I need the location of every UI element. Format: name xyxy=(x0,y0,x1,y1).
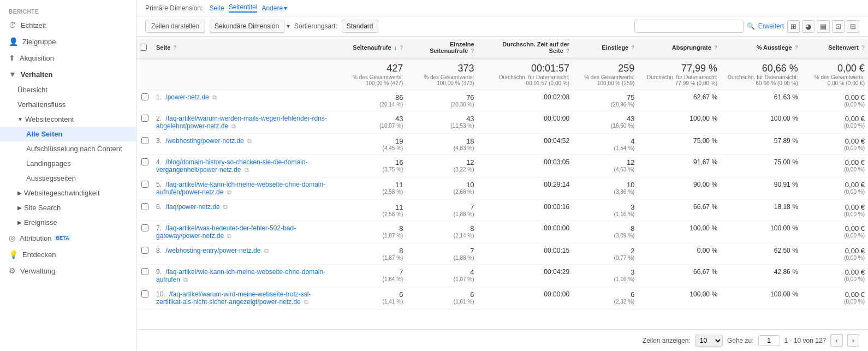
sidebar-item-zielgruppe[interactable]: 👤 Zielgruppe xyxy=(0,33,136,50)
th-einstiege[interactable]: Einstiege ? xyxy=(573,37,638,59)
row-checkbox[interactable] xyxy=(141,137,148,144)
erweitert-link[interactable]: Erweitert xyxy=(758,22,784,30)
sidebar-child-label: Websitecontent xyxy=(25,115,74,123)
row-page-link[interactable]: /faq-artikel/warum-wird-meine-webseite-t… xyxy=(156,290,311,306)
sidebar-item-verhalten[interactable]: ▼ Verhalten xyxy=(0,66,136,82)
main-content: Primäre Dimension: Seite Seitentitel And… xyxy=(136,0,868,351)
th-einzelne[interactable]: EinzelneSeitenaufrufe ? xyxy=(406,37,477,59)
row-page-link[interactable]: /faq/power-netz.de xyxy=(165,203,219,211)
row-page-link[interactable]: /faq-artikel/warum-werden-mails-wegen-fe… xyxy=(156,115,327,130)
einzelne-help-icon[interactable]: ? xyxy=(471,48,474,54)
row-einstiege-cell: 12 (4,63 %) xyxy=(573,155,638,177)
row-checkbox[interactable] xyxy=(141,203,148,210)
view-pie-icon[interactable]: ◕ xyxy=(802,20,815,33)
ausstiege-help-icon[interactable]: ? xyxy=(795,45,798,51)
seitenwert-help-icon[interactable]: ? xyxy=(861,45,865,51)
copy-icon[interactable]: ⧉ xyxy=(304,299,308,305)
row-page-link[interactable]: /webhosting/power-netz.de xyxy=(165,137,243,145)
th-ausstiege[interactable]: % Ausstiege ? xyxy=(721,37,801,59)
view-table-icon[interactable]: ⊟ xyxy=(847,20,859,33)
seite-help-icon[interactable]: ? xyxy=(173,45,176,51)
sidebar-item-websitegeschwindigkeit[interactable]: ▶ Websitegeschwindigkeit xyxy=(0,186,136,200)
copy-icon[interactable]: ⧉ xyxy=(245,166,249,173)
select-all-checkbox[interactable] xyxy=(140,44,147,51)
row-page-link[interactable]: /faq-artikel/wie-kann-ich-meine-webseite… xyxy=(156,268,325,283)
row-page-link[interactable]: /webhosting-entry/power-netz.de xyxy=(165,247,260,254)
row-page-link[interactable]: /power-netz.de xyxy=(165,93,209,101)
row-durchschn-cell: 00:04:29 xyxy=(478,265,573,287)
row-checkbox[interactable] xyxy=(141,247,148,254)
pagination-zeilen-label: Zeilen anzeigen: xyxy=(643,337,691,344)
sekundaere-dimension-select[interactable]: Sekundäre Dimension xyxy=(210,20,284,33)
sidebar-item-entdecken[interactable]: 💡 Entdecken xyxy=(0,246,136,263)
row-checkbox[interactable] xyxy=(141,224,148,231)
row-einstiege-pct: (28,96 %) xyxy=(576,102,634,108)
seitenaufrufe-help-icon[interactable]: ? xyxy=(400,45,403,51)
copy-icon[interactable]: ⧉ xyxy=(247,138,252,144)
dim-andere-dropdown[interactable]: Andere ▾ xyxy=(261,4,287,12)
summary-row: 427 % des Gesamtwerts: 100,00 % (427) 37… xyxy=(136,59,868,90)
row-checkbox[interactable] xyxy=(141,268,148,275)
row-page-link[interactable]: /blog/domain-history-so-checken-sie-die-… xyxy=(156,158,307,174)
copy-icon[interactable]: ⧉ xyxy=(231,123,236,129)
pagination-prev-button[interactable]: ‹ xyxy=(830,334,842,347)
row-seitenaufrufe-pct: (2,58 %) xyxy=(335,211,403,217)
copy-icon[interactable]: ⧉ xyxy=(223,204,228,210)
sidebar-item-verhaltensfluss[interactable]: Verhaltensfluss xyxy=(0,97,136,112)
durchschn-help-icon[interactable]: ? xyxy=(566,48,569,54)
row-page-link[interactable]: /faq-artikel/was-bedeutet-der-fehler-502… xyxy=(156,224,296,240)
sidebar-item-landingpages[interactable]: Landingpages xyxy=(0,156,136,171)
sidebar-item-websitecontent[interactable]: ▼ Websitecontent xyxy=(0,112,136,127)
sidebar-item-uebersicht[interactable]: Übersicht xyxy=(0,82,136,97)
pagination-zeilen-select[interactable]: 10 25 50 100 500 xyxy=(695,335,723,347)
th-absprungrate[interactable]: Absprungrate ? xyxy=(638,37,721,59)
copy-icon[interactable]: ⧉ xyxy=(227,233,231,239)
copy-icon[interactable]: ⧉ xyxy=(264,247,269,254)
view-pivot-icon[interactable]: ⊡ xyxy=(832,20,845,33)
th-seitenwert-label: Seitenwert xyxy=(828,44,859,51)
table-row: 2. /faq-artikel/warum-werden-mails-wegen… xyxy=(136,111,868,134)
search-icon[interactable]: 🔍 xyxy=(747,22,755,30)
search-input[interactable] xyxy=(634,20,744,33)
absprungrate-help-icon[interactable]: ? xyxy=(714,45,717,51)
pagination-goto-input[interactable] xyxy=(758,335,780,346)
copy-icon[interactable]: ⧉ xyxy=(212,94,217,100)
view-grid-icon[interactable]: ⊞ xyxy=(787,20,800,33)
sidebar-item-site-search[interactable]: ▶ Site Search xyxy=(0,200,136,215)
th-seitenaufrufe[interactable]: Seitenaufrufe ↓ ? xyxy=(332,37,406,59)
zeilen-darstellen-button[interactable]: Zeilen darstellen xyxy=(145,20,205,33)
row-absprungrate-cell: 100,00 % xyxy=(638,221,721,243)
row-seite-cell: 1. /power-netz.de ⧉ xyxy=(153,90,332,111)
sidebar-item-attribution[interactable]: ◎ Attribution BETA xyxy=(0,230,136,246)
row-checkbox[interactable] xyxy=(141,290,148,298)
copy-icon[interactable]: ⧉ xyxy=(183,276,188,283)
row-checkbox[interactable] xyxy=(141,93,148,100)
row-absprungrate-val: 66,67 % xyxy=(693,268,717,276)
dim-seitentitel-link[interactable]: Seitentitel xyxy=(229,3,258,13)
sortierungsart-select[interactable]: Standard xyxy=(342,20,378,33)
sidebar-item-echtzeit[interactable]: ⏱ Echtzeit xyxy=(0,17,136,33)
sidebar-item-verwaltung[interactable]: ⚙ Verwaltung xyxy=(0,263,136,279)
th-durchschn[interactable]: Durchschn. Zeit auf derSeite ? xyxy=(478,37,573,59)
th-seite[interactable]: Seite ? xyxy=(153,37,332,59)
th-ausstiege-label: % Ausstiege xyxy=(757,44,792,51)
sidebar-item-ereignisse[interactable]: ▶ Ereignisse xyxy=(0,215,136,230)
th-seitenwert[interactable]: Seitenwert ? xyxy=(801,37,868,59)
einstiege-help-icon[interactable]: ? xyxy=(631,45,634,51)
row-absprungrate-cell: 100,00 % xyxy=(638,287,721,310)
row-checkbox[interactable] xyxy=(141,181,148,188)
dim-seite-link[interactable]: Seite xyxy=(209,4,224,12)
table-row: 3. /webhosting/power-netz.de ⧉ 19 (4,45 … xyxy=(136,134,868,155)
copy-icon[interactable]: ⧉ xyxy=(227,189,231,195)
pagination-next-button[interactable]: › xyxy=(847,334,859,347)
row-page-link[interactable]: /faq-artikel/wie-kann-ich-meine-webseite… xyxy=(156,181,325,196)
sidebar-item-ausstiegsseiten[interactable]: Ausstiegsseiten xyxy=(0,171,136,186)
row-checkbox[interactable] xyxy=(141,115,148,122)
row-checkbox[interactable] xyxy=(141,158,148,165)
sidebar-item-akquisition[interactable]: ⬆ Akquisition xyxy=(0,50,136,66)
view-bar-icon[interactable]: ▤ xyxy=(817,20,830,33)
row-seitenaufrufe-cell: 8 (1,87 %) xyxy=(332,243,406,265)
row-absprungrate-val: 62,67 % xyxy=(693,93,717,101)
sidebar-item-aufschluesselung[interactable]: Aufschlüsselung nach Content xyxy=(0,141,136,156)
sidebar-item-alle-seiten[interactable]: Alle Seiten xyxy=(0,127,136,141)
